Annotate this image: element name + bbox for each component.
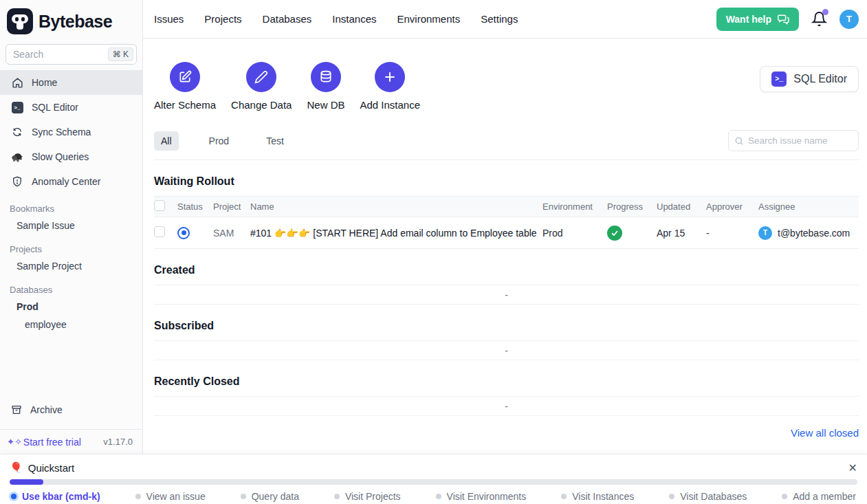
waiting-rollout-table: Status Project Name Environment Progress… [154,196,859,249]
sidebar-search[interactable]: ⌘ K [6,44,137,65]
sidebar-item-sync-schema[interactable]: Sync Schema [0,120,142,144]
quickstart-steps: Use kbar (cmd-k) View an issue Query dat… [0,491,867,502]
sidebar: Bytebase ⌘ K Home >_ SQL Editor [0,0,143,454]
search-shortcut-badge: ⌘ K [108,47,133,61]
issue-row[interactable]: SAM #101 👉👉👉 [START HERE] Add email colu… [154,217,859,249]
sidebar-item-slow-queries[interactable]: 🐢 Slow Queries [0,144,142,169]
notification-dot [822,9,828,15]
section-title-subscribed: Subscribed [154,320,859,332]
shield-alert-icon [11,176,23,187]
sidebar-nav: Home >_ SQL Editor Sync Schema 🐢 Slo [0,70,142,194]
step-dot-icon [782,494,787,499]
user-avatar[interactable]: T [839,10,859,29]
quick-action-label: Alter Schema [154,99,216,111]
nav-projects[interactable]: Projects [204,13,241,25]
col-name: Name [250,201,542,212]
col-progress: Progress [607,201,657,212]
step-dot-icon [135,494,141,499]
edit-box-icon [170,62,200,92]
step-query-data[interactable]: Query data [241,491,299,502]
quick-action-label: Change Data [231,99,292,111]
sidebar-item-sample-project[interactable]: Sample Project [0,257,142,275]
sidebar-item-sql-editor[interactable]: >_ SQL Editor [0,95,142,120]
quick-action-label: New DB [307,99,344,111]
section-title-bookmarks: Bookmarks [0,194,142,217]
tab-test[interactable]: Test [259,131,291,151]
issue-search[interactable] [728,130,859,151]
quick-action-label: Add Instance [360,99,420,111]
new-db-button[interactable]: New DB [307,62,344,111]
archive-label: Archive [30,404,63,415]
nav-databases[interactable]: Databases [263,13,312,25]
notifications-button[interactable] [811,11,827,27]
created-empty-row: - [154,285,859,305]
quickstart-title: Quickstart [28,462,75,474]
sidebar-footer: ✦✧ Start free trial v1.17.0 [0,429,142,454]
nav-instances[interactable]: Instances [332,13,376,25]
sidebar-item-label: Home [32,77,57,88]
select-all-checkbox[interactable] [154,200,165,211]
assignee-email: t@bytebase.com [778,228,850,239]
step-use-kbar[interactable]: Use kbar (cmd-k) [11,491,100,502]
search-input[interactable] [13,49,108,60]
col-environment: Environment [542,201,607,212]
col-status: Status [177,201,213,212]
quickstart-close-button[interactable]: ✕ [846,460,860,476]
step-visit-instances[interactable]: Visit Instances [561,491,634,502]
change-data-button[interactable]: Change Data [231,62,292,111]
balloon-icon: 🎈 [10,461,23,474]
bytebase-logo-icon [7,8,33,34]
progress-done-icon [607,226,622,241]
sql-editor-button[interactable]: >_ SQL Editor [760,66,859,92]
sql-editor-icon: >_ [11,102,23,113]
home-icon [11,77,23,89]
sidebar-item-employee[interactable]: employee [0,316,142,333]
step-dot-icon [241,494,246,499]
assignee-avatar: T [758,226,772,240]
version-label: v1.17.0 [103,437,133,447]
nav-settings[interactable]: Settings [481,13,518,25]
nav-issues[interactable]: Issues [154,13,184,25]
step-visit-projects[interactable]: Visit Projects [334,491,401,502]
header-right: Want help T [716,8,859,31]
step-visit-databases[interactable]: Visit Databases [669,491,747,502]
quickstart-progress-track [10,479,857,485]
issue-name[interactable]: #101 👉👉👉 [START HERE] Add email column t… [250,228,542,239]
issue-environment: Prod [542,228,607,239]
quickstart-panel: 🎈 Quickstart ✕ Use kbar (cmd-k) View an … [0,454,867,504]
alter-schema-button[interactable]: Alter Schema [154,62,216,111]
step-dot-icon [11,494,17,499]
step-view-an-issue[interactable]: View an issue [135,491,206,502]
start-free-trial-link[interactable]: ✦✧ Start free trial [7,437,81,448]
want-help-button[interactable]: Want help [716,8,799,31]
nav-environments[interactable]: Environments [397,13,460,25]
row-checkbox[interactable] [154,226,165,237]
step-add-a-member[interactable]: Add a member [782,491,856,502]
top-header: Issues Projects Databases Instances Envi… [143,0,867,39]
sql-editor-icon: >_ [771,72,787,87]
issue-search-input[interactable] [748,135,853,146]
add-instance-button[interactable]: Add Instance [360,62,420,111]
section-title-created: Created [154,264,859,276]
step-visit-environments[interactable]: Visit Environments [436,491,527,502]
tab-prod[interactable]: Prod [202,131,237,151]
sidebar-item-sample-issue[interactable]: Sample Issue [0,217,142,234]
top-nav: Issues Projects Databases Instances Envi… [154,13,518,25]
sync-icon [11,127,23,138]
quickstart-progress-fill [10,479,43,485]
step-dot-icon [436,494,441,499]
sidebar-item-archive[interactable]: Archive [0,397,142,422]
issue-approver: - [706,228,758,239]
view-all-closed-link[interactable]: View all closed [791,427,859,439]
sidebar-item-prod[interactable]: Prod [0,298,142,316]
tab-all[interactable]: All [154,131,179,151]
sidebar-item-anomaly-center[interactable]: Anomaly Center [0,169,142,194]
step-dot-icon [561,494,567,499]
col-assignee: Assignee [758,201,859,212]
issue-project: SAM [213,228,250,239]
app-root: Bytebase ⌘ K Home >_ SQL Editor [0,0,867,504]
main-content: Alter Schema Change Data N [143,39,867,454]
sidebar-item-home[interactable]: Home [0,70,142,95]
bytebase-logo[interactable]: Bytebase [0,0,142,39]
sparkles-icon: ✦✧ [7,437,22,447]
